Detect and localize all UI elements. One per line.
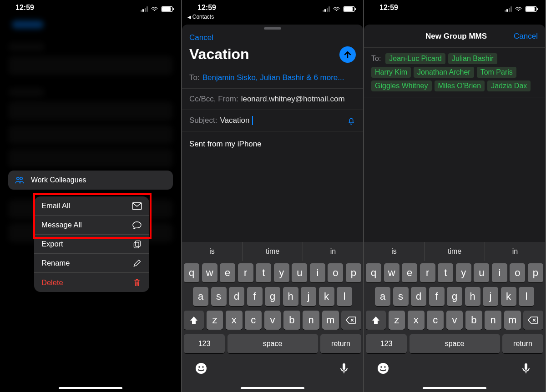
to-field[interactable]: To: Benjamin Sisko, Julian Bashir & 6 mo…	[182, 67, 363, 89]
key-r[interactable]: r	[420, 263, 435, 282]
emoji-icon[interactable]	[195, 362, 207, 375]
key-z[interactable]: z	[389, 311, 405, 330]
key-v[interactable]: v	[264, 311, 281, 330]
space-key[interactable]: space	[228, 334, 318, 353]
key-v[interactable]: v	[446, 311, 463, 330]
pencil-icon	[132, 259, 142, 267]
recipient-pill[interactable]: Harry Kim	[371, 67, 411, 78]
key-i[interactable]: i	[310, 263, 325, 282]
key-e[interactable]: e	[220, 263, 235, 282]
key-d[interactable]: d	[411, 287, 426, 306]
key-y[interactable]: y	[274, 263, 289, 282]
key-s[interactable]: s	[211, 287, 227, 306]
key-a[interactable]: a	[193, 287, 208, 306]
subject-field[interactable]: Subject: Vacation	[182, 110, 363, 131]
to-field[interactable]: To: Jean-Luc PicardJulian BashirHarry Ki…	[364, 48, 545, 97]
emoji-icon[interactable]	[377, 362, 389, 375]
recipient-pill[interactable]: Julian Bashir	[448, 53, 497, 64]
key-i[interactable]: i	[492, 263, 507, 282]
key-y[interactable]: y	[456, 263, 471, 282]
key-e[interactable]: e	[402, 263, 417, 282]
return-key[interactable]: return	[502, 334, 543, 353]
shift-key[interactable]	[184, 311, 204, 330]
number-key[interactable]: 123	[184, 334, 225, 353]
key-m[interactable]: m	[322, 311, 339, 330]
key-s[interactable]: s	[393, 287, 409, 306]
key-x[interactable]: x	[226, 311, 243, 330]
key-q[interactable]: q	[184, 263, 199, 282]
suggestion-1[interactable]: is	[364, 242, 425, 261]
key-p[interactable]: p	[346, 263, 361, 282]
key-t[interactable]: t	[438, 263, 453, 282]
key-u[interactable]: u	[292, 263, 307, 282]
recipient-pill[interactable]: Tom Paris	[477, 67, 516, 78]
home-indicator[interactable]	[59, 387, 122, 389]
key-k[interactable]: k	[501, 287, 516, 306]
key-u[interactable]: u	[474, 263, 489, 282]
key-b[interactable]: b	[283, 311, 300, 330]
key-a[interactable]: a	[375, 287, 390, 306]
key-b[interactable]: b	[465, 311, 482, 330]
recipient-pill[interactable]: Jonathan Archer	[414, 67, 474, 78]
key-n[interactable]: n	[485, 311, 501, 330]
menu-message-all[interactable]: Message All	[34, 216, 149, 235]
recipient-pill[interactable]: Jean-Luc Picard	[385, 53, 445, 64]
key-o[interactable]: o	[328, 263, 343, 282]
shift-key[interactable]	[366, 311, 386, 330]
recipient-pill[interactable]: Jadzia Dax	[487, 80, 531, 91]
cancel-button[interactable]: Cancel	[514, 32, 538, 41]
key-z[interactable]: z	[207, 311, 223, 330]
key-f[interactable]: f	[429, 287, 445, 306]
recipient-pill[interactable]: Giggles Whitney	[371, 80, 432, 91]
key-d[interactable]: d	[229, 287, 244, 306]
key-l[interactable]: l	[519, 287, 534, 306]
key-h[interactable]: h	[283, 287, 298, 306]
suggestion-2[interactable]: time	[243, 242, 303, 261]
suggestion-2[interactable]: time	[425, 242, 485, 261]
key-l[interactable]: l	[337, 287, 352, 306]
home-indicator[interactable]	[423, 387, 486, 389]
key-w[interactable]: w	[384, 263, 399, 282]
cc-field[interactable]: Cc/Bcc, From: leonard.whitney@hotmail.co…	[182, 89, 363, 110]
back-to-contacts[interactable]: Contacts	[182, 14, 363, 20]
number-key[interactable]: 123	[366, 334, 407, 353]
menu-export[interactable]: Export	[34, 235, 149, 254]
return-key[interactable]: return	[320, 334, 361, 353]
mic-icon[interactable]	[338, 362, 350, 375]
key-h[interactable]: h	[465, 287, 480, 306]
cancel-button[interactable]: Cancel	[189, 33, 213, 42]
backspace-key[interactable]	[523, 311, 543, 330]
key-f[interactable]: f	[247, 287, 263, 306]
key-o[interactable]: o	[510, 263, 525, 282]
key-q[interactable]: q	[366, 263, 381, 282]
space-key[interactable]: space	[410, 334, 500, 353]
recipient-pill[interactable]: Miles O'Brien	[435, 80, 485, 91]
suggestion-1[interactable]: is	[182, 242, 243, 261]
key-j[interactable]: j	[301, 287, 316, 306]
key-x[interactable]: x	[408, 311, 425, 330]
mic-icon[interactable]	[520, 362, 532, 375]
key-c[interactable]: c	[245, 311, 262, 330]
menu-rename[interactable]: Rename	[34, 254, 149, 273]
backspace-key[interactable]	[341, 311, 361, 330]
menu-delete[interactable]: Delete	[34, 273, 149, 292]
menu-email-all[interactable]: Email All	[34, 196, 149, 216]
key-g[interactable]: g	[265, 287, 280, 306]
key-w[interactable]: w	[202, 263, 217, 282]
send-button[interactable]	[339, 46, 356, 63]
suggestion-3[interactable]: in	[303, 242, 363, 261]
key-c[interactable]: c	[427, 311, 444, 330]
bell-icon[interactable]	[347, 116, 356, 125]
key-k[interactable]: k	[319, 287, 334, 306]
svg-point-0	[17, 177, 19, 180]
key-r[interactable]: r	[238, 263, 253, 282]
key-p[interactable]: p	[528, 263, 543, 282]
selected-group-row[interactable]: Work Colleagues	[8, 171, 173, 190]
key-g[interactable]: g	[447, 287, 462, 306]
key-m[interactable]: m	[504, 311, 521, 330]
key-j[interactable]: j	[483, 287, 498, 306]
key-n[interactable]: n	[303, 311, 319, 330]
home-indicator[interactable]	[241, 387, 304, 389]
key-t[interactable]: t	[256, 263, 271, 282]
suggestion-3[interactable]: in	[485, 242, 545, 261]
